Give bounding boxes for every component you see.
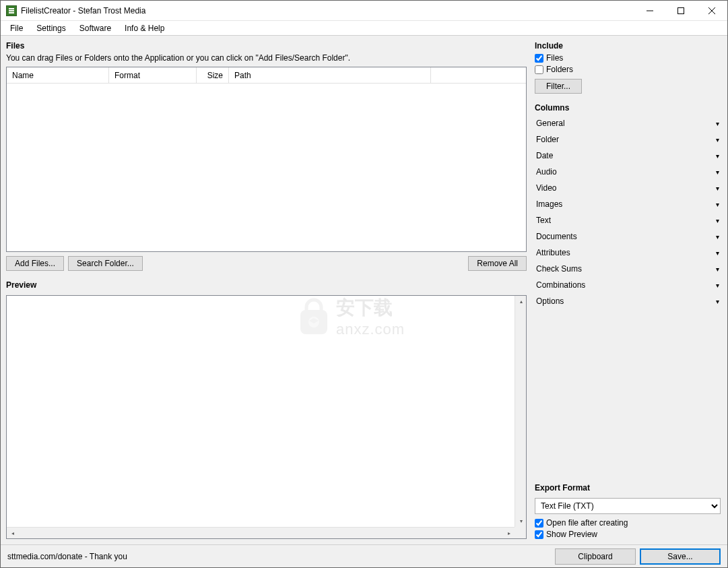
menu-settings[interactable]: Settings [30, 22, 72, 34]
column-header-name[interactable]: Name [7, 67, 109, 83]
scroll-up-icon[interactable]: ▴ [515, 296, 527, 307]
preview-scrollbar-vertical[interactable]: ▴ ▾ [515, 296, 526, 527]
close-button[interactable] [696, 1, 727, 21]
status-bar: sttmedia.com/donate - Thank you Clipboar… [1, 544, 727, 567]
status-text: sttmedia.com/donate - Thank you [7, 552, 551, 561]
chevron-down-icon: ▾ [716, 249, 719, 257]
close-icon [708, 7, 715, 14]
chevron-down-icon: ▾ [716, 265, 719, 273]
preview-scrollbar-horizontal[interactable]: ◂ ▸ [7, 527, 515, 538]
columns-group-documents[interactable]: Documents▾ [535, 228, 721, 245]
minimize-icon [647, 7, 653, 14]
maximize-icon [677, 7, 684, 14]
menu-software[interactable]: Software [73, 22, 118, 34]
menu-info-help[interactable]: Info & Help [118, 22, 171, 34]
chevron-down-icon: ▾ [716, 298, 719, 305]
left-pane: Files You can drag Files or Folders onto… [1, 36, 532, 544]
chevron-down-icon: ▾ [716, 168, 719, 176]
show-preview-checkbox[interactable] [535, 530, 543, 539]
include-files-checkbox[interactable] [535, 54, 543, 63]
filter-button[interactable]: Filter... [535, 79, 582, 94]
file-list-header: Name Format Size Path [7, 67, 526, 84]
files-hint: You can drag Files or Folders onto the A… [6, 53, 527, 63]
columns-group-folder[interactable]: Folder▾ [535, 131, 721, 148]
chevron-down-icon: ▾ [716, 282, 719, 289]
open-after-row[interactable]: Open file after creating [535, 518, 721, 528]
svg-rect-1 [9, 10, 14, 11]
include-heading: Include [535, 41, 721, 51]
scroll-corner [515, 527, 526, 538]
columns-group-attributes[interactable]: Attributes▾ [535, 245, 721, 261]
columns-group-options[interactable]: Options▾ [535, 293, 721, 309]
files-heading: Files [6, 41, 527, 51]
columns-group-checksums[interactable]: Check Sums▾ [535, 261, 721, 277]
open-after-checkbox[interactable] [535, 519, 543, 528]
maximize-button[interactable] [665, 1, 696, 21]
columns-group-video[interactable]: Video▾ [535, 180, 721, 196]
column-header-spacer [431, 67, 526, 83]
add-files-button[interactable]: Add Files... [6, 256, 64, 271]
chevron-down-icon: ▾ [716, 233, 719, 241]
export-format-heading: Export Format [535, 483, 721, 493]
right-pane: Include Files Folders Filter... Columns … [532, 36, 727, 544]
scroll-down-icon[interactable]: ▾ [515, 515, 527, 527]
column-header-path[interactable]: Path [229, 67, 431, 83]
scroll-right-icon[interactable]: ▸ [503, 528, 515, 539]
minimize-button[interactable] [634, 1, 665, 21]
chevron-down-icon: ▾ [716, 152, 719, 160]
columns-group-text[interactable]: Text▾ [535, 212, 721, 228]
titlebar: FilelistCreator - Stefan Trost Media [1, 1, 727, 21]
save-button[interactable]: Save... [640, 548, 721, 565]
chevron-down-icon: ▾ [716, 185, 719, 192]
scroll-left-icon[interactable]: ◂ [7, 528, 18, 539]
columns-group-date[interactable]: Date▾ [535, 148, 721, 164]
include-folders-label: Folders [546, 65, 573, 74]
columns-heading: Columns [535, 103, 721, 113]
export-format-select[interactable]: Text File (TXT) [535, 498, 721, 514]
search-folder-button[interactable]: Search Folder... [68, 256, 143, 271]
show-preview-row[interactable]: Show Preview [535, 530, 721, 539]
include-files-row[interactable]: Files [535, 53, 721, 63]
column-header-size[interactable]: Size [197, 67, 229, 83]
columns-group-combinations[interactable]: Combinations▾ [535, 277, 721, 293]
include-folders-checkbox[interactable] [535, 65, 543, 74]
file-list-table[interactable]: Name Format Size Path [6, 67, 527, 252]
columns-group-images[interactable]: Images▾ [535, 196, 721, 212]
svg-rect-0 [9, 8, 14, 9]
include-folders-row[interactable]: Folders [535, 65, 721, 74]
chevron-down-icon: ▾ [716, 120, 719, 127]
column-header-format[interactable]: Format [109, 67, 197, 83]
columns-group-general[interactable]: General▾ [535, 115, 721, 131]
remove-all-button[interactable]: Remove All [468, 256, 527, 271]
clipboard-button[interactable]: Clipboard [555, 548, 636, 565]
chevron-down-icon: ▾ [716, 201, 719, 208]
chevron-down-icon: ▾ [716, 217, 719, 224]
open-after-label: Open file after creating [546, 518, 628, 528]
window-title: FilelistCreator - Stefan Trost Media [21, 6, 634, 15]
app-icon [6, 5, 17, 16]
columns-group-audio[interactable]: Audio▾ [535, 164, 721, 180]
svg-rect-4 [678, 7, 684, 13]
svg-rect-2 [9, 12, 14, 13]
preview-box[interactable]: ▴ ▾ ◂ ▸ [6, 295, 527, 539]
menu-file[interactable]: File [3, 22, 30, 34]
menubar: File Settings Software Info & Help [1, 21, 727, 36]
preview-heading: Preview [6, 280, 527, 290]
include-files-label: Files [546, 53, 563, 63]
chevron-down-icon: ▾ [716, 136, 719, 144]
show-preview-label: Show Preview [546, 530, 597, 539]
